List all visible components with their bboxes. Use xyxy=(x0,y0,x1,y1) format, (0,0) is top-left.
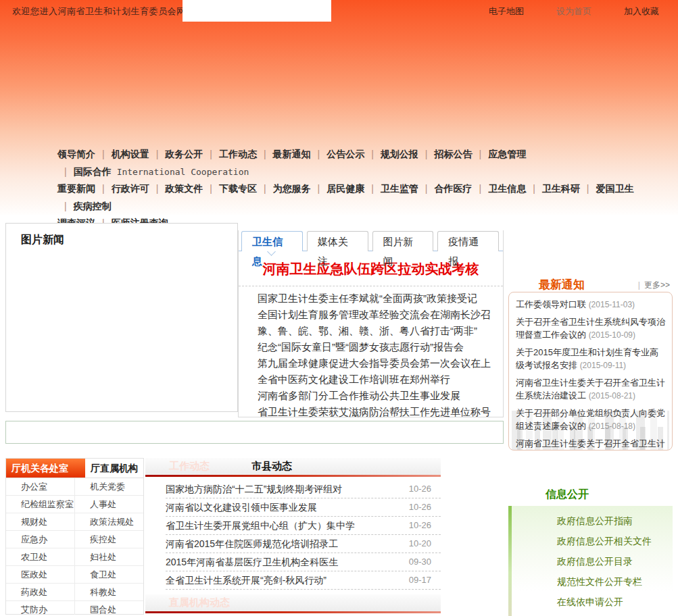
link-site-map[interactable]: 电子地图 xyxy=(489,5,524,18)
news-date: 09-30 xyxy=(409,553,431,571)
subordinate-units-news-header: 直属机构动态 xyxy=(145,594,441,611)
tab-agency-offices[interactable]: 厅机关各处室 xyxy=(6,459,85,478)
notices-panel: 工作委领导对口联 (2015-11-03) 关于召开全省卫生计生系统纠风专项治理… xyxy=(508,292,673,451)
nav-item[interactable]: 爱国卫生 xyxy=(580,180,634,198)
dept-link[interactable]: 应急办 xyxy=(6,531,75,548)
news-item[interactable]: 国家卫生计生委主任李斌就“全面两孩”政策接受记 xyxy=(258,290,498,307)
news-item[interactable]: 09-17全省卫生计生系统开展“亮剑-秋风行动” xyxy=(166,571,441,590)
news-title: 省卫生计生委开展党组中心组（扩大）集中学 xyxy=(166,520,355,531)
tab-subordinate-units[interactable]: 厅直属机构 xyxy=(85,459,143,478)
info-link[interactable]: 在线依申请公开 xyxy=(557,595,673,615)
dept-link[interactable]: 科教处 xyxy=(75,584,143,601)
news-item[interactable]: 10-26国家地方病防治“十二五”规划终期考评组对 xyxy=(166,480,441,498)
tab-photo-news[interactable]: 图片新闻 xyxy=(372,231,434,251)
news-item[interactable]: 10-20河南省2015年住院医师规范化培训招录工 xyxy=(166,535,441,553)
work-tabs-underline xyxy=(145,475,441,477)
info-link[interactable]: 政府信息公开指南 xyxy=(557,514,673,534)
notice-item[interactable]: 关于召开部分单位党组织负责人向委党组述责述廉会议的 (2015-08-18) xyxy=(516,407,667,433)
nav-item[interactable]: 公告公示 xyxy=(311,146,365,163)
nav-row-1: 领导简介 机构设置 政务公开 工作动态 最新通知 公告公示 规划公报 招标公告 … xyxy=(57,146,678,180)
nav-item[interactable]: 为您服务 xyxy=(257,180,311,198)
page: 欢迎您进入河南省卫生和计划生育委员会网站 电子地图 设为首页 加入收藏 领导简介… xyxy=(0,0,678,616)
news-item[interactable]: 省卫生计生委荣获艾滋病防治帮扶工作先进单位称号 xyxy=(258,404,498,420)
news-item[interactable]: 豫、鲁、皖、鄂、湘、赣、浙、粤八省打击“两非” xyxy=(258,323,498,339)
nav-item-international[interactable]: 国际合作 International Cooperation xyxy=(57,163,249,181)
info-link[interactable]: 政府信息公开目录 xyxy=(557,555,673,575)
news-item[interactable]: 全国计划生育服务管理改革经验交流会在湖南长沙召 xyxy=(258,307,498,323)
news-item[interactable]: 纪念“国际女童日”暨“圆梦女孩志愿行动”报告会 xyxy=(258,339,498,355)
search-input[interactable] xyxy=(183,0,331,22)
notice-item[interactable]: 关于2015年度卫生和计划生育专业高级考试报名安排 (2015-09-11) xyxy=(516,346,667,372)
dept-link[interactable]: 纪检组监察室 xyxy=(6,496,75,513)
dept-link[interactable]: 医政处 xyxy=(6,566,75,584)
dept-link[interactable]: 人事处 xyxy=(75,496,143,513)
news-item[interactable]: 河南省多部门分工合作推动公共卫生事业发展 xyxy=(258,388,498,404)
notice-item[interactable]: 工作委领导对口联 (2015-11-03) xyxy=(516,298,667,311)
news-date: 10-26 xyxy=(409,517,431,534)
nav-label: 爱国卫生 xyxy=(596,180,633,198)
nav-item[interactable]: 行政许可 xyxy=(95,180,149,198)
nav-label: 招标公告 xyxy=(434,146,472,163)
nav-item[interactable]: 卫生科研 xyxy=(526,180,580,198)
nav-item[interactable]: 卫生信息 xyxy=(472,180,526,198)
nav-item[interactable]: 规划公报 xyxy=(364,146,418,163)
nav-label: 下载专区 xyxy=(219,180,257,198)
nav-item[interactable]: 合作医疗 xyxy=(418,180,473,198)
dept-link[interactable]: 农卫处 xyxy=(6,548,75,566)
nav-label: 为您服务 xyxy=(273,180,311,198)
news-item[interactable]: 10-26河南省以文化建设引领中医事业发展 xyxy=(166,498,441,517)
notices-more-link[interactable]: 更多>> xyxy=(638,280,670,291)
nav-item[interactable]: 工作动态 xyxy=(203,146,257,163)
nav-label: 最新通知 xyxy=(273,146,311,163)
news-date: 10-20 xyxy=(409,535,431,553)
nav-label: 应急管理 xyxy=(488,146,526,163)
nav-item[interactable]: 卫生监管 xyxy=(364,180,418,198)
featured-headline[interactable]: 河南卫生应急队伍跨区拉动实战考核 xyxy=(239,251,503,286)
dept-link[interactable]: 食卫处 xyxy=(75,566,143,584)
nav-item[interactable]: 招标公告 xyxy=(418,146,473,163)
notice-item[interactable]: 河南省卫生计生委关于召开全省卫生计生系统法治建设工 (2015-08-21) xyxy=(516,376,667,403)
nav-item[interactable]: 重要新闻 xyxy=(57,180,95,198)
nav-item[interactable]: 政务公开 xyxy=(149,146,203,163)
nav-item[interactable]: 领导简介 xyxy=(57,146,95,163)
tab-health-info[interactable]: 卫生信息 xyxy=(241,231,303,251)
nav-item[interactable]: 政策文件 xyxy=(149,180,203,198)
news-item[interactable]: 第九届全球健康促进大会指导委员会第一次会议在上 xyxy=(258,355,498,371)
tab-media-focus[interactable]: 媒体关注 xyxy=(307,231,368,251)
tab-subordinate-units-news[interactable]: 直属机构动态 xyxy=(169,596,230,609)
dept-link[interactable]: 药政处 xyxy=(6,584,75,601)
nav-item[interactable]: 机构设置 xyxy=(95,146,149,163)
nav-item[interactable]: 居民健康 xyxy=(311,180,365,198)
nav-label: 领导简介 xyxy=(57,146,95,163)
news-item[interactable]: 全省中医药文化建设工作培训班在郑州举行 xyxy=(258,371,498,388)
news-item[interactable]: 09-302015年河南省基层医疗卫生机构全科医生 xyxy=(166,553,441,571)
dept-link[interactable]: 机关党委 xyxy=(75,478,143,496)
announcement-marquee xyxy=(5,421,504,444)
nav-item[interactable]: 疾病控制 xyxy=(57,198,112,215)
link-add-favorite[interactable]: 加入收藏 xyxy=(624,5,659,18)
info-link[interactable]: 规范性文件公开专栏 xyxy=(557,575,673,595)
info-link[interactable]: 政府信息公开相关文件 xyxy=(557,534,673,555)
nav-label: 规划公报 xyxy=(381,146,418,163)
news-item[interactable]: 10-26省卫生计生委开展党组中心组（扩大）集中学 xyxy=(166,517,441,535)
nav-item[interactable]: 应急管理 xyxy=(472,146,526,163)
dept-link[interactable]: 政策法规处 xyxy=(75,513,143,531)
nav-item[interactable]: 最新通知 xyxy=(257,146,311,163)
green-accent-bar xyxy=(508,506,512,616)
dept-link[interactable]: 国合处 xyxy=(75,601,143,615)
link-set-homepage[interactable]: 设为首页 xyxy=(556,5,591,18)
nav-item[interactable]: 下载专区 xyxy=(203,180,257,198)
dept-link[interactable]: 办公室 xyxy=(6,478,75,496)
dept-link[interactable]: 疾控处 xyxy=(75,531,143,548)
tab-work-news[interactable]: 工作动态 xyxy=(169,460,210,473)
info-disclosure-panel: 政府信息公开指南 政府信息公开相关文件 政府信息公开目录 规范性文件公开专栏 在… xyxy=(508,506,673,616)
notice-date: (2015-10-09) xyxy=(589,330,635,340)
notice-item[interactable]: 河南省卫生计生委关于召开全省卫生计生重点工作推进会 (2015-08-05) xyxy=(516,437,667,451)
dept-link[interactable]: 规财处 xyxy=(6,513,75,531)
news-title: 河南省2015年住院医师规范化培训招录工 xyxy=(166,538,338,549)
tab-city-county-news[interactable]: 市县动态 xyxy=(251,460,292,473)
dept-link[interactable]: 妇社处 xyxy=(75,548,143,566)
tab-epidemic-report[interactable]: 疫情通报 xyxy=(437,231,499,251)
dept-link[interactable]: 艾防办 xyxy=(6,601,75,615)
notice-item[interactable]: 关于召开全省卫生计生系统纠风专项治理督查工作会议的 (2015-10-09) xyxy=(516,315,667,342)
